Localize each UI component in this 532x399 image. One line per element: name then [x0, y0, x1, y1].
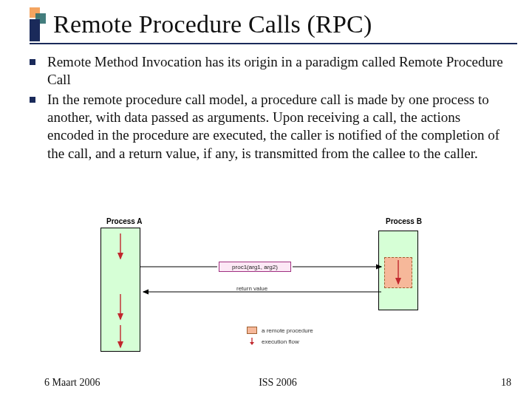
slide-title-bar: Remote Procedure Calls (RPC): [30, 6, 517, 43]
title-rule: [30, 43, 517, 44]
footer-center: ISS 2006: [44, 377, 511, 389]
bullet-item: In the remote procedure call model, a pr…: [30, 91, 510, 163]
title-accent-icon: [30, 7, 44, 41]
diagram-legend: a remote procedure execution flow: [247, 327, 313, 349]
legend-remote-procedure: a remote procedure: [247, 327, 313, 334]
legend-arrow-icon: [247, 337, 257, 346]
rpc-diagram: Process A Process B proc1(arg1, arg2) re…: [92, 217, 446, 365]
bullet-icon: [30, 59, 35, 65]
bullet-text: Remote Method Invocation has its origin …: [47, 53, 510, 89]
bullet-item: Remote Method Invocation has its origin …: [30, 53, 510, 89]
slide-title: Remote Procedure Calls (RPC): [53, 10, 372, 38]
legend-text: a remote procedure: [262, 327, 313, 334]
bullet-text: In the remote procedure call model, a pr…: [47, 91, 510, 163]
bullet-icon: [30, 97, 35, 103]
legend-execution-flow: execution flow: [247, 337, 313, 346]
slide-footer: 6 Maart 2006 ISS 2006 18: [44, 377, 511, 389]
slide-body: Remote Method Invocation has its origin …: [30, 53, 510, 164]
legend-swatch-icon: [247, 327, 257, 334]
legend-text: execution flow: [262, 338, 299, 345]
